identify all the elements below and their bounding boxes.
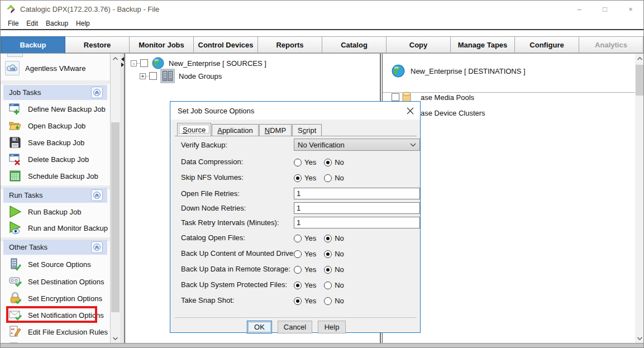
tab-backup[interactable]: Backup — [1, 36, 65, 53]
close-button[interactable]: × — [618, 1, 643, 17]
open-file-retries-input[interactable] — [294, 188, 420, 199]
scroll-up-icon[interactable] — [111, 54, 120, 63]
sidebar-item-set-source-options[interactable]: Set Source Options — [3, 256, 107, 273]
svg-text:xx: xx — [11, 327, 15, 331]
radio-yes[interactable]: Yes — [294, 158, 316, 166]
tree-row-node-groups[interactable]: + Node Groups — [140, 69, 222, 83]
sidebar-item-set-encryption-options[interactable]: Set Encryption Options — [3, 290, 107, 307]
scroll-thumb[interactable] — [636, 65, 644, 96]
dialog-title: Set Job Source Options — [178, 107, 254, 115]
field-row-down-node-retries: Down Node Retries: — [181, 202, 413, 214]
destinations-scrollbar[interactable] — [635, 54, 644, 343]
radio-yes[interactable]: Yes — [294, 281, 316, 289]
radio-yes[interactable]: Yes — [294, 234, 316, 242]
field-label: Verify Backup: — [181, 141, 227, 149]
help-button[interactable]: Help — [318, 321, 346, 333]
sidebar-item-save-backup-job[interactable]: Save Backup Job — [3, 134, 107, 151]
section-header-other-tasks: Other Tasks — [3, 240, 107, 255]
menu-backup[interactable]: Backup — [42, 18, 72, 29]
down-node-retries-input[interactable] — [294, 202, 420, 214]
scroll-down-icon[interactable] — [635, 333, 644, 343]
tab-manage-tapes[interactable]: Manage Tapes — [451, 36, 515, 53]
field-label: Back Up Data in Remote Storage: — [181, 265, 290, 273]
sidebar-item-schedule-backup-job[interactable]: Schedule Backup Job — [3, 168, 107, 184]
clipped-item-icon — [7, 54, 23, 57]
minimize-button[interactable]: – — [566, 1, 592, 17]
tree-label[interactable]: New_Enterprise [ DESTINATIONS ] — [411, 67, 526, 75]
collapse-expander-icon[interactable]: - — [131, 60, 137, 66]
task-retry-intervals-input[interactable] — [294, 217, 420, 228]
radio-no[interactable]: No — [324, 281, 344, 289]
set-source-options-icon — [8, 257, 22, 271]
tab-control-devices[interactable]: Control Devices — [194, 36, 258, 53]
collapse-section-icon[interactable] — [91, 87, 103, 98]
tab-analytics[interactable]: Analytics — [579, 36, 643, 53]
collapse-section-icon[interactable] — [91, 241, 103, 253]
radio-yes[interactable]: Yes — [294, 297, 316, 305]
globe-icon — [151, 56, 165, 70]
menu-file[interactable]: File — [4, 18, 22, 29]
tree-label[interactable]: ase Device Clusters — [421, 109, 485, 117]
tab-configure[interactable]: Configure — [515, 36, 579, 53]
pane-splitter[interactable] — [120, 54, 125, 343]
sidebar-item-edit-file-exclusion-rules[interactable]: xx x Edit File Exclusion Rules — [3, 323, 107, 340]
set-destination-options-icon — [8, 274, 22, 289]
tab-restore[interactable]: Restore — [65, 36, 130, 53]
sidebar-item-set-destination-options[interactable]: Set Destination Options — [3, 273, 107, 290]
dialog-tab-script[interactable]: Script — [292, 124, 322, 136]
sidebar-item-agentless-vmware[interactable]: VM Agentless VMware — [1, 60, 104, 77]
dialog-close-icon[interactable] — [404, 105, 416, 116]
radio-no[interactable]: No — [324, 174, 344, 182]
cancel-button[interactable]: Cancel — [278, 321, 312, 333]
tree-label[interactable]: Node Groups — [179, 72, 222, 80]
dialog-tab-ndmp[interactable]: NDMP — [259, 124, 292, 136]
sidebar-item-run-and-monitor-backup-job[interactable]: Run and Monitor Backup Job — [3, 220, 107, 236]
verify-backup-select[interactable]: No Verification — [294, 139, 420, 151]
tree-row-sources-root[interactable]: - New_Enterprise [ SOURCES ] — [131, 56, 266, 70]
expand-expander-icon[interactable]: + — [140, 73, 146, 79]
scroll-down-icon[interactable] — [111, 333, 120, 343]
dialog-tab-strip: Source Application NDMP Script — [177, 123, 322, 136]
ok-button[interactable]: OK — [247, 321, 272, 333]
radio-yes[interactable]: Yes — [294, 174, 316, 182]
tree-checkbox[interactable] — [140, 59, 148, 67]
menu-help[interactable]: Help — [72, 18, 94, 29]
radio-yes[interactable]: Yes — [294, 250, 316, 258]
field-label: Skip NFS Volumes: — [181, 173, 244, 182]
splitter-collapse-left-icon[interactable] — [121, 57, 124, 61]
sidebar-scrollbar[interactable] — [111, 54, 120, 343]
collapse-section-icon[interactable] — [91, 189, 103, 201]
maximize-button[interactable]: □ — [592, 1, 618, 17]
tree-checkbox[interactable] — [149, 72, 157, 80]
radio-no[interactable]: No — [324, 158, 344, 166]
section-title: Run Tasks — [9, 191, 42, 199]
tab-reports[interactable]: Reports — [258, 36, 322, 53]
radio-no[interactable]: No — [324, 297, 344, 305]
radio-no[interactable]: No — [324, 250, 344, 258]
tab-catalog[interactable]: Catalog — [322, 36, 387, 53]
scroll-up-icon[interactable] — [635, 54, 644, 63]
dialog-tab-source[interactable]: Source — [177, 123, 211, 136]
sidebar-item-set-notification-options[interactable]: Set Notification Options — [3, 307, 107, 323]
radio-no[interactable]: No — [324, 265, 344, 274]
scroll-thumb[interactable] — [111, 122, 120, 312]
sidebar-item-label: Set Source Options — [28, 260, 91, 269]
sidebar-item-run-backup-job[interactable]: Run Backup Job — [3, 203, 107, 220]
sidebar-item-label: Edit File Exclusion Rules — [28, 328, 108, 336]
tree-checkbox[interactable] — [392, 93, 399, 101]
tab-copy[interactable]: Copy — [387, 36, 451, 53]
sidebar-item-delete-backup-job[interactable]: Delete Backup Job — [3, 151, 107, 168]
radio-yes[interactable]: Yes — [294, 265, 316, 274]
chevron-down-icon — [410, 143, 416, 147]
destinations-header: New_Enterprise [ DESTINATIONS ] — [383, 54, 635, 93]
splitter-collapse-right-icon[interactable] — [121, 63, 124, 67]
sidebar-item-define-new-backup-job[interactable]: Define New Backup Job — [3, 101, 107, 117]
tab-monitor-jobs[interactable]: Monitor Jobs — [130, 36, 194, 53]
radio-no[interactable]: No — [324, 234, 344, 242]
menu-edit[interactable]: Edit — [22, 18, 42, 29]
tree-label[interactable]: ase Media Pools — [421, 93, 474, 102]
vmware-cloud-icon: VM — [5, 61, 20, 75]
dialog-tab-application[interactable]: Application — [212, 124, 259, 136]
tree-label[interactable]: New_Enterprise [ SOURCES ] — [169, 59, 266, 68]
sidebar-item-open-backup-job[interactable]: Open Backup Job — [3, 117, 107, 134]
